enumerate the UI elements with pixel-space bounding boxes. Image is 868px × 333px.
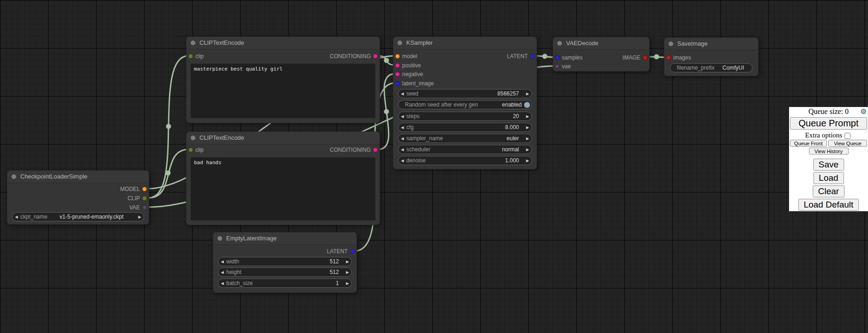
stepper-right-icon[interactable]: ▶ [344, 270, 351, 274]
node-title: CLIPTextEncode [199, 37, 244, 49]
node-title-bar[interactable]: CLIPTextEncode [187, 132, 380, 144]
node-empty-latent-image[interactable]: EmptyLatentImage LATENT ◀ width 512 ▶ ◀ … [213, 232, 357, 293]
input-port-samples[interactable] [555, 55, 560, 60]
node-title-bar[interactable]: VAEDecode [553, 37, 649, 50]
output-port-clip[interactable] [142, 196, 147, 201]
input-port-clip[interactable] [188, 148, 193, 152]
output-port-image[interactable] [643, 55, 647, 60]
link-midpoint-dot[interactable] [384, 109, 389, 114]
node-save-image[interactable]: SaveImage images filename_prefix ComfyUI [664, 37, 759, 76]
input-port-clip[interactable] [188, 54, 193, 59]
random-seed-toggle-widget[interactable]: Random seed after every gen enabled [398, 100, 532, 109]
node-clip-text-encode-positive[interactable]: CLIPTextEncode clip CONDITIONING masterp… [186, 36, 380, 123]
widget-value: 8566257 [497, 90, 519, 97]
scheduler-widget[interactable]: ◀ scheduler normal ▶ [398, 145, 532, 154]
node-ksampler[interactable]: KSampler model LATENT positive negative … [393, 36, 537, 169]
collapse-dot-icon[interactable] [191, 41, 195, 45]
output-port-model[interactable] [142, 187, 147, 191]
height-widget[interactable]: ◀ height 512 ▶ [218, 268, 352, 277]
queue-prompt-button[interactable]: Queue Prompt [790, 117, 867, 130]
stepper-right-icon[interactable]: ▶ [524, 125, 531, 130]
stepper-left-icon[interactable]: ◀ [218, 260, 226, 264]
node-title-bar[interactable]: CLIPTextEncode [187, 37, 380, 49]
output-port-latent[interactable] [350, 249, 355, 254]
width-widget[interactable]: ◀ width 512 ▶ [218, 257, 352, 266]
load-button[interactable]: Load [813, 172, 844, 184]
node-graph-canvas[interactable]: CheckpointLoaderSimple MODEL CLIP VAE ◀ … [0, 0, 868, 333]
stepper-right-icon[interactable]: ▶ [136, 215, 144, 219]
positive-prompt-textarea[interactable]: masterpiece best quality girl [191, 64, 375, 118]
extra-options-checkbox[interactable] [844, 133, 850, 139]
stepper-right-icon[interactable]: ▶ [344, 281, 351, 285]
save-button[interactable]: Save [813, 159, 844, 171]
ckpt-name-widget[interactable]: ◀ ckpt_name v1-5-pruned-emaonly.ckpt ▶ [12, 212, 144, 221]
output-label-clip: CLIP [127, 195, 140, 202]
output-port-conditioning[interactable] [373, 148, 378, 152]
output-label-model: MODEL [120, 185, 140, 193]
collapse-dot-icon[interactable] [669, 42, 673, 46]
node-title-bar[interactable]: SaveImage [664, 38, 758, 50]
output-port-vae[interactable] [142, 205, 147, 210]
sampler-name-widget[interactable]: ◀ sampler_name euler ▶ [398, 134, 532, 143]
stepper-right-icon[interactable]: ▶ [524, 114, 531, 119]
collapse-dot-icon[interactable] [557, 41, 562, 46]
node-title-bar[interactable]: KSampler [393, 37, 536, 49]
input-port-vae[interactable] [555, 64, 560, 69]
stepper-right-icon[interactable]: ▶ [524, 159, 531, 163]
stepper-left-icon[interactable]: ◀ [398, 148, 406, 152]
stepper-right-icon[interactable]: ▶ [344, 260, 351, 264]
link-midpoint-dot[interactable] [166, 171, 171, 176]
widget-value: enabled [502, 101, 522, 108]
stepper-left-icon[interactable]: ◀ [398, 159, 406, 163]
settings-gear-icon[interactable]: ⚙ [861, 107, 867, 116]
denoise-widget[interactable]: ◀ denoise 1.000 ▶ [398, 156, 532, 165]
collapse-dot-icon[interactable] [217, 236, 222, 241]
widget-value: normal [502, 146, 519, 153]
stepper-right-icon[interactable]: ▶ [524, 92, 531, 96]
node-title-bar[interactable]: CheckpointLoaderSimple [7, 171, 149, 183]
output-label-latent: LATENT [507, 53, 528, 60]
widget-value: 1.000 [505, 157, 519, 164]
node-clip-text-encode-negative[interactable]: CLIPTextEncode clip CONDITIONING bad han… [186, 131, 380, 225]
queue-front-button[interactable]: Queue Front [790, 140, 827, 147]
link-midpoint-dot[interactable] [654, 54, 659, 59]
link-midpoint-dot[interactable] [166, 124, 171, 129]
cfg-widget[interactable]: ◀ cfg 8.000 ▶ [398, 123, 532, 132]
stepper-left-icon[interactable]: ◀ [398, 92, 406, 96]
view-history-button[interactable]: View History [809, 148, 849, 155]
stepper-left-icon[interactable]: ◀ [12, 215, 20, 219]
output-port-conditioning[interactable] [373, 54, 378, 59]
stepper-left-icon[interactable]: ◀ [218, 281, 226, 285]
input-port-images[interactable] [666, 55, 671, 60]
input-port-latent-image[interactable] [395, 81, 400, 86]
stepper-left-icon[interactable]: ◀ [398, 137, 406, 141]
node-checkpoint-loader[interactable]: CheckpointLoaderSimple MODEL CLIP VAE ◀ … [7, 170, 149, 225]
widget-value: 512 [330, 258, 339, 265]
negative-prompt-textarea[interactable]: bad hands [191, 157, 375, 220]
clear-button[interactable]: Clear [813, 185, 844, 197]
link-midpoint-dot[interactable] [384, 58, 389, 63]
batch-size-widget[interactable]: ◀ batch_size 1 ▶ [218, 279, 352, 288]
input-port-positive[interactable] [395, 63, 400, 68]
collapse-dot-icon[interactable] [12, 174, 16, 179]
output-port-latent[interactable] [530, 54, 535, 59]
link-midpoint-dot[interactable] [542, 54, 548, 59]
seed-widget[interactable]: ◀ seed 8566257 ▶ [398, 89, 532, 98]
stepper-left-icon[interactable]: ◀ [398, 125, 406, 130]
steps-widget[interactable]: ◀ steps 20 ▶ [398, 112, 532, 121]
stepper-left-icon[interactable]: ◀ [398, 114, 406, 119]
collapse-dot-icon[interactable] [191, 136, 195, 140]
node-vae-decode[interactable]: VAEDecode samples IMAGE vae [553, 37, 650, 71]
view-queue-button[interactable]: View Queue [828, 140, 867, 147]
input-port-negative[interactable] [395, 72, 400, 77]
load-default-button[interactable]: Load Default [798, 199, 859, 211]
input-port-model[interactable] [395, 54, 400, 59]
stepper-left-icon[interactable]: ◀ [218, 270, 226, 274]
collapse-dot-icon[interactable] [398, 41, 402, 45]
node-title: VAEDecode [566, 37, 598, 49]
filename-prefix-widget[interactable]: filename_prefix ComfyUI [670, 63, 753, 72]
toggle-dot-icon[interactable] [524, 102, 530, 108]
node-title-bar[interactable]: EmptyLatentImage [213, 232, 356, 245]
stepper-right-icon[interactable]: ▶ [524, 148, 531, 152]
stepper-right-icon[interactable]: ▶ [524, 137, 531, 141]
